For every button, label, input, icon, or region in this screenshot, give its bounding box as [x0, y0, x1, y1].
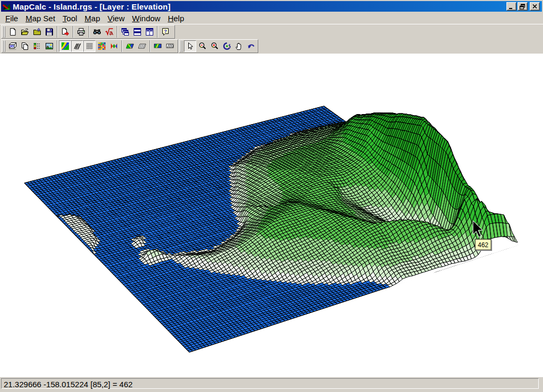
svg-text:3D: 3D: [10, 45, 14, 48]
svg-text:462: 462: [478, 241, 488, 249]
svg-text:?: ?: [164, 28, 167, 34]
